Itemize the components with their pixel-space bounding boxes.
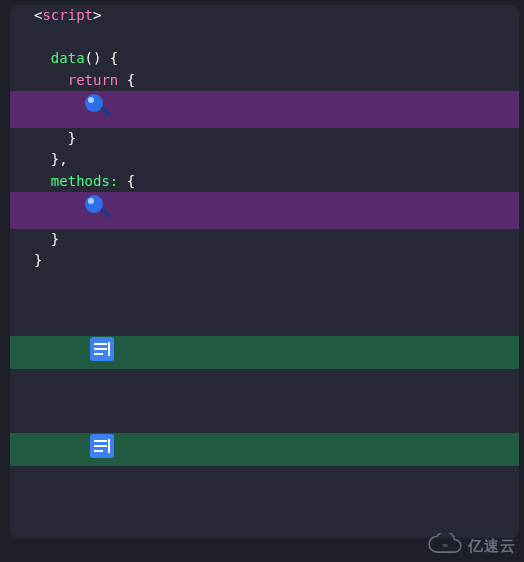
magnifier-icon — [82, 192, 112, 229]
code-line-blank — [10, 315, 519, 337]
document-icon — [89, 336, 115, 369]
code-line-blank — [10, 487, 519, 509]
document-icon — [89, 433, 115, 466]
code-line: } — [10, 229, 519, 251]
code-line-blank — [10, 27, 519, 49]
code-line: methods: { — [10, 171, 519, 193]
brace-token: { — [101, 50, 118, 66]
code-line-blank — [10, 390, 519, 412]
code-line-blank — [10, 369, 519, 391]
svg-point-3 — [85, 195, 103, 213]
return-kw-token: return — [68, 72, 119, 88]
highlighted-line-green — [10, 336, 519, 369]
brace-token: { — [118, 72, 135, 88]
code-line: return { — [10, 70, 519, 92]
svg-rect-2 — [100, 106, 111, 117]
brace-token: } — [34, 252, 42, 268]
code-line-blank — [10, 509, 519, 531]
highlighted-line-green — [10, 433, 519, 466]
data-fn-token: data — [51, 50, 85, 66]
svg-rect-5 — [100, 207, 111, 218]
brace-token: { — [118, 173, 135, 189]
svg-point-1 — [88, 97, 94, 103]
svg-text:∞: ∞ — [442, 540, 447, 550]
code-editor[interactable]: <script> data() { return { } }, methods:… — [10, 5, 519, 538]
svg-rect-15 — [108, 439, 110, 453]
code-line: } — [10, 250, 519, 272]
code-line-blank — [10, 272, 519, 294]
svg-rect-10 — [108, 342, 110, 356]
code-line-blank — [10, 466, 519, 488]
code-line: data() { — [10, 48, 519, 70]
code-line: <script> — [10, 5, 519, 27]
magnifier-icon — [82, 91, 112, 128]
highlighted-line-purple — [10, 91, 519, 128]
svg-point-4 — [88, 198, 94, 204]
cloud-icon: ∞ — [426, 533, 464, 560]
code-line-blank — [10, 412, 519, 434]
watermark-text: 亿速云 — [468, 537, 516, 556]
brace-token: }, — [51, 151, 68, 167]
brace-token: } — [68, 130, 76, 146]
watermark: ∞ 亿速云 — [426, 533, 516, 560]
code-line: } — [10, 128, 519, 150]
methods-prop-token: methods: — [51, 173, 118, 189]
script-tag-token: script — [42, 7, 93, 23]
code-line-blank — [10, 293, 519, 315]
brace-token: } — [51, 231, 59, 247]
angle-close: > — [93, 7, 101, 23]
parens-token: () — [85, 50, 102, 66]
highlighted-line-purple — [10, 192, 519, 229]
svg-point-0 — [85, 94, 103, 112]
code-line: }, — [10, 149, 519, 171]
